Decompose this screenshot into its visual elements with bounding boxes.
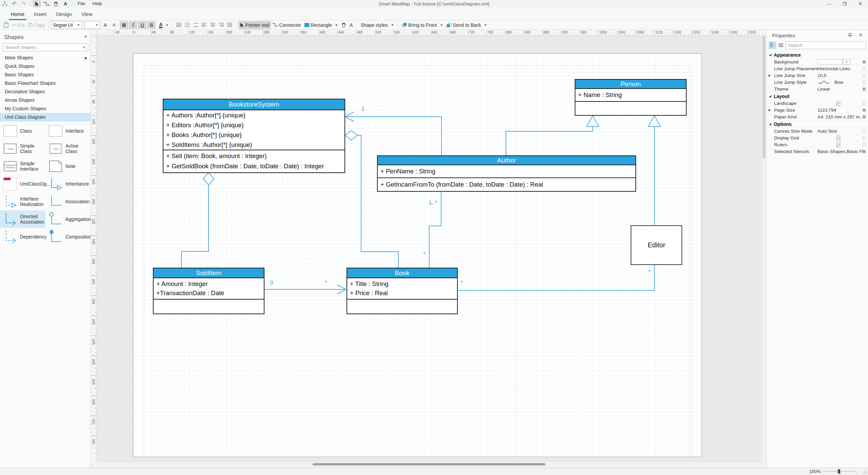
advanced-marker[interactable] xyxy=(863,136,866,139)
line-spacing-tight-icon[interactable] xyxy=(175,21,183,29)
resize-grip[interactable] xyxy=(863,470,867,474)
vertical-scrollbar-thumb[interactable] xyxy=(763,36,765,158)
advanced-marker[interactable] xyxy=(863,81,866,84)
attributes-section[interactable]: + PenName : String xyxy=(378,165,635,178)
attributes-section[interactable]: + Amount : Integer +TransactionDate : Da… xyxy=(154,278,264,300)
properties-search-box[interactable] xyxy=(786,41,866,49)
methods-section[interactable] xyxy=(154,300,264,314)
category-more-shapes[interactable]: More Shapes▶ xyxy=(0,54,91,62)
pan-tool-button[interactable] xyxy=(340,21,348,29)
redo-icon[interactable]: ↷ xyxy=(20,0,28,7)
line-spacing-loose-icon[interactable] xyxy=(192,21,200,29)
undo-icon[interactable]: ↶ xyxy=(10,0,18,7)
section-layout[interactable]: Layout xyxy=(767,92,868,100)
section-appearance[interactable]: Appearance xyxy=(767,51,868,58)
copy-button[interactable]: Copy xyxy=(26,21,47,29)
font-size-combobox[interactable]: ▼ xyxy=(84,21,100,29)
list-view-icon[interactable] xyxy=(777,41,785,49)
bold-button[interactable]: B xyxy=(120,21,128,29)
close-button[interactable]: ✕ xyxy=(852,0,868,7)
class-name[interactable]: SoldItem xyxy=(154,268,264,278)
uml-class-author[interactable]: Author + PenName : String + GetIncamFrom… xyxy=(377,155,636,192)
tab-design[interactable]: Design xyxy=(52,11,77,20)
shape-class[interactable]: Class xyxy=(0,122,45,140)
horizontal-scrollbar[interactable] xyxy=(97,461,766,467)
shape-dependency[interactable]: Dependency xyxy=(0,228,45,246)
shape-association[interactable]: Association xyxy=(45,193,91,210)
row-expander-icon[interactable]: ▶ xyxy=(769,74,771,77)
advanced-marker[interactable] xyxy=(863,60,866,63)
italic-button[interactable]: I xyxy=(129,21,137,29)
property-row-background[interactable]: Background ▼ xyxy=(767,58,868,65)
property-row-landscape[interactable]: Landscape ✓ xyxy=(767,100,868,107)
methods-section[interactable] xyxy=(575,102,686,115)
property-row-page-size[interactable]: ▶ Page Size 1123,794 xyxy=(767,107,868,113)
shape-directed-association[interactable]: Directed Association xyxy=(0,210,45,228)
paste-button[interactable] xyxy=(2,21,10,29)
cut-button[interactable]: ✂Cut xyxy=(10,21,26,29)
categorized-view-icon[interactable] xyxy=(769,41,776,49)
vertical-scrollbar[interactable] xyxy=(762,36,766,461)
category-decorative-shapes[interactable]: Decorative Shapes xyxy=(0,88,91,96)
rulers-checkbox[interactable]: ✓ xyxy=(836,142,840,147)
shape-editor[interactable]: Editor xyxy=(631,225,682,265)
advanced-marker[interactable] xyxy=(863,143,866,146)
send-to-back-button[interactable]: Send to Back▼ xyxy=(445,21,489,29)
properties-search-input[interactable] xyxy=(788,43,864,48)
shape-note[interactable]: Note xyxy=(45,157,91,175)
menu-file[interactable]: File xyxy=(74,0,89,7)
advanced-marker[interactable] xyxy=(863,115,866,118)
align-justify-icon[interactable] xyxy=(225,21,234,29)
shape-simple-class[interactable]: Class Simple Class xyxy=(0,140,45,157)
color-dropdown-icon[interactable]: ▼ xyxy=(843,59,850,64)
property-row-rulers[interactable]: Rulers ✓ xyxy=(767,141,868,148)
uml-class-solditem[interactable]: SoldItem + Amount : Integer +Transaction… xyxy=(153,268,264,314)
property-row-line-jump-placement[interactable]: Line Jump Placement Horizontal Lines xyxy=(767,65,868,72)
pan-hand-icon[interactable] xyxy=(52,0,60,7)
shape-inheritance[interactable]: Inheritance xyxy=(45,175,91,193)
methods-section[interactable] xyxy=(347,300,457,314)
advanced-marker[interactable] xyxy=(863,150,866,153)
line-spacing-medium-icon[interactable] xyxy=(183,21,192,29)
category-uml-class-diagram[interactable]: Uml Class Diagram xyxy=(0,113,91,121)
shape-simple-interface[interactable]: <<interface>> Interface Simple Interface xyxy=(0,157,45,175)
shape-active-class[interactable]: Class Active Class xyxy=(45,140,91,157)
horizontal-scrollbar-thumb[interactable] xyxy=(313,463,545,466)
class-name[interactable]: Author xyxy=(378,156,635,165)
connector-tool-button[interactable]: Connector xyxy=(271,21,303,29)
menu-help[interactable]: Help xyxy=(89,0,106,7)
advanced-marker[interactable] xyxy=(863,102,866,105)
property-row-display-grid[interactable]: Display Grid ✓ xyxy=(767,134,868,141)
underline-button[interactable]: U xyxy=(138,21,146,29)
category-my-custom-shapes[interactable]: My Custom Shapes xyxy=(0,104,91,113)
grow-font-button[interactable]: Aˆ xyxy=(102,21,111,29)
class-name[interactable]: BookstoreSystem xyxy=(163,99,344,110)
category-arrow-shapes[interactable]: Arrow Shapes xyxy=(0,96,91,104)
shape-aggregation[interactable]: Aggregation xyxy=(45,210,91,228)
color-swatch[interactable] xyxy=(817,59,843,64)
pointer-tool-button[interactable]: Pointer tool xyxy=(238,21,271,29)
align-left-icon[interactable] xyxy=(200,21,209,29)
methods-section[interactable]: + GetIncamFromTo (fromDate : Date, toDat… xyxy=(378,178,635,191)
bring-to-front-button[interactable]: Bring to Front▼ xyxy=(400,21,445,29)
close-panel-icon[interactable]: ✕ xyxy=(859,32,863,38)
tab-insert[interactable]: Insert xyxy=(29,11,52,20)
shape-composition[interactable]: Composition xyxy=(45,228,91,246)
pin-icon[interactable] xyxy=(848,33,852,38)
connector-mode-icon[interactable] xyxy=(42,0,51,7)
attributes-section[interactable]: + Authors :Author[*] {unique} + Editors … xyxy=(163,110,344,150)
minimize-button[interactable]: — xyxy=(821,0,837,7)
shape-styles-button[interactable]: Shape styles▼ xyxy=(359,21,396,29)
shape-interface[interactable]: Interface xyxy=(45,122,91,140)
property-row-theme[interactable]: Theme Linear xyxy=(767,86,868,92)
attributes-section[interactable]: + Title : String + Price : Real xyxy=(347,278,457,300)
text-tool-button[interactable]: A xyxy=(348,21,355,29)
zoom-slider-thumb[interactable] xyxy=(838,469,840,474)
property-row-selected-stencils[interactable]: Selected Stencils Basic Shapes;Basic Fl.… xyxy=(767,148,868,155)
shrink-font-button[interactable]: Aˇ xyxy=(111,21,119,29)
row-expander-icon[interactable]: ▶ xyxy=(769,109,771,112)
advanced-marker[interactable] xyxy=(863,109,866,112)
rectangle-tool-button[interactable]: Rectangle▼ xyxy=(303,21,340,29)
uml-class-bookstoresystem[interactable]: BookstoreSystem + Authors :Author[*] {un… xyxy=(163,99,345,173)
strikethrough-button[interactable]: S xyxy=(147,21,156,29)
